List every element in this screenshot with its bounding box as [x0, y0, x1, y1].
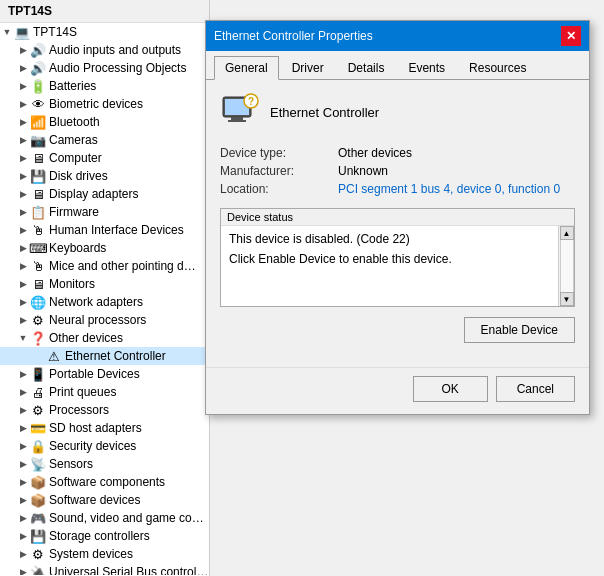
tree-item-biometric[interactable]: ▶ 👁 Biometric devices [0, 95, 209, 113]
tab-driver[interactable]: Driver [281, 56, 335, 80]
tree-item-computer[interactable]: ▶ 🖥 Computer [0, 149, 209, 167]
tree-item-neural[interactable]: ▶ ⚙ Neural processors [0, 311, 209, 329]
tree-toggle-batteries[interactable]: ▶ [16, 78, 30, 94]
tree-toggle-sensors[interactable]: ▶ [16, 456, 30, 472]
dialog-close-button[interactable]: ✕ [561, 26, 581, 46]
tree-item-bluetooth[interactable]: ▶ 📶 Bluetooth [0, 113, 209, 131]
tree-toggle-storage[interactable]: ▶ [16, 528, 30, 544]
tree-item-print-queues[interactable]: ▶ 🖨 Print queues [0, 383, 209, 401]
tree-toggle-bluetooth[interactable]: ▶ [16, 114, 30, 130]
tree-label-audio-inputs: Audio inputs and outputs [49, 43, 181, 57]
tree-item-sensors[interactable]: ▶ 📡 Sensors [0, 455, 209, 473]
tab-events[interactable]: Events [397, 56, 456, 80]
tree-toggle-computer[interactable]: ▶ [16, 150, 30, 166]
tree-label-other: Other devices [49, 331, 123, 345]
tree-toggle-monitors[interactable]: ▶ [16, 276, 30, 292]
scrollbar-down-btn[interactable]: ▼ [560, 292, 574, 306]
tree-toggle-biometric[interactable]: ▶ [16, 96, 30, 112]
tab-resources[interactable]: Resources [458, 56, 537, 80]
tree-toggle-cameras[interactable]: ▶ [16, 132, 30, 148]
tree-toggle-root[interactable]: ▼ [0, 24, 14, 40]
tree-item-firmware[interactable]: ▶ 📋 Firmware [0, 203, 209, 221]
tab-details[interactable]: Details [337, 56, 396, 80]
tree-toggle-firmware[interactable]: ▶ [16, 204, 30, 220]
tree-label-network: Network adapters [49, 295, 143, 309]
tree-toggle-sw-components[interactable]: ▶ [16, 474, 30, 490]
tree-item-batteries[interactable]: ▶ 🔋 Batteries [0, 77, 209, 95]
tree-label-batteries: Batteries [49, 79, 96, 93]
tree-toggle-mice[interactable]: ▶ [16, 258, 30, 274]
tree-toggle-usb[interactable]: ▶ [16, 564, 30, 575]
tree-item-sw-devices[interactable]: ▶ 📦 Software devices [0, 491, 209, 509]
device-status-group: Device status This device is disabled. (… [220, 208, 575, 307]
device-header: ? Ethernet Controller [220, 92, 575, 132]
tree-item-disk-drives[interactable]: ▶ 💾 Disk drives [0, 167, 209, 185]
tree-toggle-sw-devices[interactable]: ▶ [16, 492, 30, 508]
tree-item-display-adapters[interactable]: ▶ 🖥 Display adapters [0, 185, 209, 203]
scrollbar-up-btn[interactable]: ▲ [560, 226, 574, 240]
device-name: Ethernet Controller [270, 105, 379, 120]
tree-item-mice[interactable]: ▶ 🖱 Mice and other pointing d… [0, 257, 209, 275]
tree-label-monitors: Monitors [49, 277, 95, 291]
tree-toggle-portable[interactable]: ▶ [16, 366, 30, 382]
tree-item-processors[interactable]: ▶ ⚙ Processors [0, 401, 209, 419]
tree-item-usb[interactable]: ▶ 🔌 Universal Serial Bus controllers [0, 563, 209, 575]
tree-item-keyboards[interactable]: ▶ ⌨ Keyboards [0, 239, 209, 257]
tree-toggle-print-queues[interactable]: ▶ [16, 384, 30, 400]
cancel-button[interactable]: Cancel [496, 376, 575, 402]
tree-toggle-audio-inputs[interactable]: ▶ [16, 42, 30, 58]
tree-toggle-disk-drives[interactable]: ▶ [16, 168, 30, 184]
tree-toggle-system-devices[interactable]: ▶ [16, 546, 30, 562]
tree-icon-keyboards: ⌨ [30, 240, 46, 256]
tree-item-security[interactable]: ▶ 🔒 Security devices [0, 437, 209, 455]
tree-label-sd-host: SD host adapters [49, 421, 142, 435]
tree-toggle-neural[interactable]: ▶ [16, 312, 30, 328]
tree-label-biometric: Biometric devices [49, 97, 143, 111]
tree-toggle-processors[interactable]: ▶ [16, 402, 30, 418]
tree-item-storage[interactable]: ▶ 💾 Storage controllers [0, 527, 209, 545]
tree-item-root[interactable]: ▼ 💻 TPT14S [0, 23, 209, 41]
tab-general[interactable]: General [214, 56, 279, 80]
tree-icon-neural: ⚙ [30, 312, 46, 328]
tree-item-audio-processing[interactable]: ▶ 🔊 Audio Processing Objects [0, 59, 209, 77]
dm-tree[interactable]: ▼ 💻 TPT14S ▶ 🔊 Audio inputs and outputs … [0, 23, 209, 575]
tree-label-sound-video: Sound, video and game controllers [49, 511, 209, 525]
tree-item-sd-host[interactable]: ▶ 💳 SD host adapters [0, 419, 209, 437]
tree-item-audio-inputs[interactable]: ▶ 🔊 Audio inputs and outputs [0, 41, 209, 59]
tree-icon-other: ❓ [30, 330, 46, 346]
manufacturer-value: Unknown [338, 164, 575, 178]
tree-item-sound-video[interactable]: ▶ 🎮 Sound, video and game controllers [0, 509, 209, 527]
tree-toggle-other[interactable]: ▼ [16, 330, 30, 346]
device-status-title: Device status [221, 209, 574, 226]
tree-toggle-hid[interactable]: ▶ [16, 222, 30, 238]
tree-item-network[interactable]: ▶ 🌐 Network adapters [0, 293, 209, 311]
tree-toggle-display-adapters[interactable]: ▶ [16, 186, 30, 202]
tree-item-sw-components[interactable]: ▶ 📦 Software components [0, 473, 209, 491]
status-scrollbar[interactable]: ▲ ▼ [558, 226, 574, 306]
tree-item-ethernet-ctrl[interactable]: ⚠ Ethernet Controller [0, 347, 209, 365]
tree-icon-sound-video: 🎮 [30, 510, 46, 526]
tree-toggle-network[interactable]: ▶ [16, 294, 30, 310]
tree-item-portable[interactable]: ▶ 📱 Portable Devices [0, 365, 209, 383]
tree-toggle-sd-host[interactable]: ▶ [16, 420, 30, 436]
tree-item-hid[interactable]: ▶ 🖱 Human Interface Devices [0, 221, 209, 239]
device-type-value: Other devices [338, 146, 575, 160]
tree-toggle-security[interactable]: ▶ [16, 438, 30, 454]
properties-dialog: Ethernet Controller Properties ✕ General… [205, 20, 590, 415]
tree-label-processors: Processors [49, 403, 109, 417]
tree-toggle-audio-processing[interactable]: ▶ [16, 60, 30, 76]
tree-label-bluetooth: Bluetooth [49, 115, 100, 129]
ok-button[interactable]: OK [413, 376, 488, 402]
tree-toggle-ethernet-ctrl [32, 348, 46, 364]
tree-item-system-devices[interactable]: ▶ ⚙ System devices [0, 545, 209, 563]
tree-icon-sw-devices: 📦 [30, 492, 46, 508]
tree-item-cameras[interactable]: ▶ 📷 Cameras [0, 131, 209, 149]
svg-rect-3 [228, 120, 246, 122]
tree-label-security: Security devices [49, 439, 136, 453]
tree-icon-print-queues: 🖨 [30, 384, 46, 400]
tree-toggle-sound-video[interactable]: ▶ [16, 510, 30, 526]
tree-item-other[interactable]: ▼ ❓ Other devices [0, 329, 209, 347]
tree-item-monitors[interactable]: ▶ 🖥 Monitors [0, 275, 209, 293]
enable-device-button[interactable]: Enable Device [464, 317, 575, 343]
device-type-label: Device type: [220, 146, 330, 160]
